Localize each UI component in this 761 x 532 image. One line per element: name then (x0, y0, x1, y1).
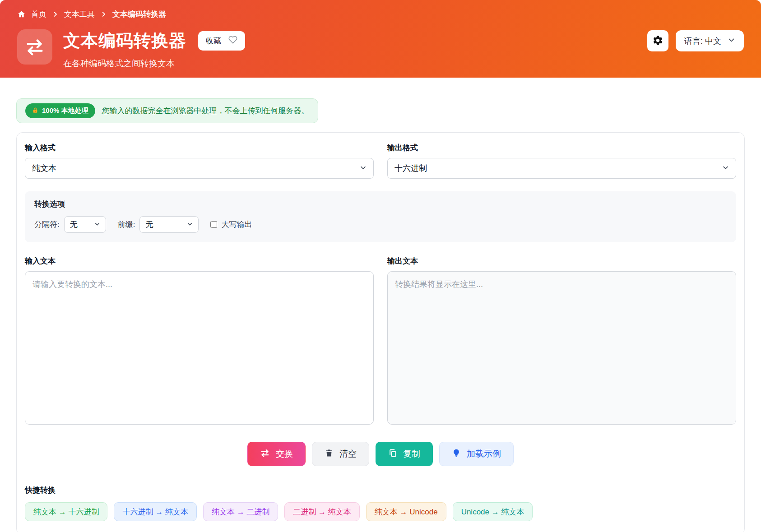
quick-convert-title: 快捷转换 (25, 485, 736, 495)
load-example-label: 加载示例 (467, 448, 501, 460)
breadcrumb-section[interactable]: 文本工具 (64, 9, 95, 19)
page-title: 文本编码转换器 (63, 29, 186, 52)
format-row: 输入格式 纯文本 输出格式 十六进制 (25, 143, 736, 179)
page: 首页 文本工具 文本编码转换器 文本编码转换器 (0, 0, 761, 532)
input-format-label: 输入格式 (25, 143, 374, 153)
options-title: 转换选项 (34, 199, 727, 209)
chevron-down-icon (728, 36, 735, 46)
swap-icon (260, 448, 270, 460)
gear-icon (652, 35, 664, 47)
clear-label: 清空 (339, 448, 357, 460)
favorite-label: 收藏 (206, 36, 221, 46)
privacy-notice: 100% 本地处理 您输入的数据完全在浏览器中处理，不会上传到任何服务器。 (16, 98, 318, 123)
chip-hex-to-text[interactable]: 十六进制 → 纯文本 (114, 502, 196, 521)
swap-label: 交换 (276, 448, 293, 460)
settings-button[interactable] (647, 30, 668, 51)
quick-convert-chips: 纯文本 → 十六进制 十六进制 → 纯文本 纯文本 → 二进制 二进制 → 纯文… (25, 502, 736, 521)
conversion-options-panel: 转换选项 分隔符: 无 前缀: 无 (25, 191, 736, 242)
chip-unicode-to-text[interactable]: Unicode → 纯文本 (453, 502, 533, 521)
chevron-down-icon (360, 164, 367, 173)
output-format-field: 输出格式 十六进制 (387, 143, 736, 179)
text-areas-row: 输入文本 输出文本 (25, 256, 736, 426)
prefix-value: 无 (145, 219, 153, 230)
prefix-label: 前缀: (118, 219, 135, 230)
chevron-down-icon (94, 220, 100, 229)
output-text-field: 输出文本 (387, 256, 736, 426)
chevron-right-icon (100, 11, 107, 18)
input-text-field: 输入文本 (25, 256, 374, 426)
chevron-down-icon (187, 220, 193, 229)
separator-value: 无 (70, 219, 78, 230)
action-buttons: 交换 清空 复制 加载 (25, 442, 736, 466)
main-content: 100% 本地处理 您输入的数据完全在浏览器中处理，不会上传到任何服务器。 输入… (0, 78, 761, 532)
home-icon[interactable] (17, 10, 26, 19)
prefix-select[interactable]: 无 (139, 216, 199, 233)
chip-binary-to-text[interactable]: 二进制 → 纯文本 (284, 502, 359, 521)
input-format-field: 输入格式 纯文本 (25, 143, 374, 179)
lightbulb-icon (452, 449, 461, 460)
heart-icon (228, 35, 237, 46)
copy-button[interactable]: 复制 (376, 442, 433, 466)
chip-text-to-hex[interactable]: 纯文本 → 十六进制 (25, 502, 107, 521)
input-format-select[interactable]: 纯文本 (25, 158, 374, 179)
lock-icon (32, 107, 38, 115)
favorite-button[interactable]: 收藏 (198, 31, 245, 51)
input-textarea[interactable] (25, 271, 374, 425)
input-text-label: 输入文本 (25, 256, 374, 266)
load-example-button[interactable]: 加载示例 (439, 442, 514, 466)
output-text-label: 输出文本 (387, 256, 736, 266)
trash-icon (325, 449, 334, 460)
separator-label: 分隔符: (34, 219, 60, 230)
clear-button[interactable]: 清空 (312, 442, 369, 466)
swap-button[interactable]: 交换 (247, 442, 306, 466)
local-processing-badge: 100% 本地处理 (25, 103, 95, 118)
input-format-value: 纯文本 (32, 163, 56, 174)
title-block: 文本编码转换器 收藏 在各种编码格式之间转换文本 (63, 29, 245, 69)
output-format-value: 十六进制 (394, 163, 427, 174)
converter-card: 输入格式 纯文本 输出格式 十六进制 (16, 132, 745, 532)
quick-convert-section: 快捷转换 纯文本 → 十六进制 十六进制 → 纯文本 纯文本 → 二进制 二进制… (25, 485, 736, 521)
copy-label: 复制 (403, 448, 420, 460)
header-main: 文本编码转换器 收藏 在各种编码格式之间转换文本 (17, 29, 744, 69)
chevron-down-icon (722, 164, 729, 173)
chip-text-to-binary[interactable]: 纯文本 → 二进制 (203, 502, 278, 521)
breadcrumb: 首页 文本工具 文本编码转换器 (17, 9, 744, 19)
breadcrumb-home[interactable]: 首页 (31, 9, 46, 19)
output-format-label: 输出格式 (387, 143, 736, 153)
uppercase-checkbox[interactable] (210, 221, 217, 228)
header-right: 语言: 中文 (647, 29, 744, 69)
copy-icon (388, 449, 397, 460)
output-textarea[interactable] (387, 271, 736, 425)
options-row: 分隔符: 无 前缀: 无 (34, 216, 727, 233)
swap-arrows-icon (17, 29, 52, 65)
breadcrumb-current: 文本编码转换器 (112, 9, 166, 19)
page-subtitle: 在各种编码格式之间转换文本 (63, 58, 245, 69)
uppercase-option: 大写输出 (210, 219, 252, 230)
badge-label: 100% 本地处理 (42, 106, 88, 115)
language-selector[interactable]: 语言: 中文 (676, 30, 744, 51)
output-format-select[interactable]: 十六进制 (387, 158, 736, 179)
language-label: 语言: 中文 (684, 36, 721, 46)
chevron-right-icon (52, 11, 59, 18)
privacy-message: 您输入的数据完全在浏览器中处理，不会上传到任何服务器。 (102, 106, 309, 116)
chip-text-to-unicode[interactable]: 纯文本 → Unicode (366, 502, 446, 521)
header: 首页 文本工具 文本编码转换器 文本编码转换器 (0, 0, 761, 78)
header-left: 文本编码转换器 收藏 在各种编码格式之间转换文本 (17, 29, 245, 69)
separator-select[interactable]: 无 (64, 216, 106, 233)
uppercase-label: 大写输出 (221, 219, 252, 230)
